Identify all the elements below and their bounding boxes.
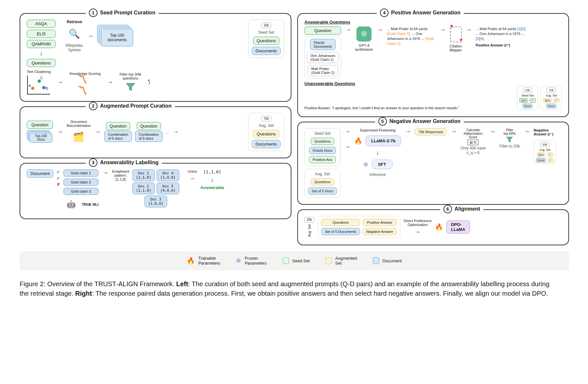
top100-docs-stack: Top-100 documents <box>97 25 133 47</box>
top100-label: Top-100 documents <box>108 33 127 42</box>
doc3: Doc 3 <box>150 197 161 201</box>
answerable-heading: Answerable Questions <box>304 20 562 25</box>
p5m-rm: r⁻ <box>548 158 554 163</box>
mini-aug-20k: 20k Aug. Set Qnsr⁺ Docsr⁻ <box>534 140 556 164</box>
citation-mapper-icon: 📍 📍 <box>450 26 462 42</box>
panel-negative-answer-generation: 5 Negative Answer Generation Seed Set Qu… <box>297 122 569 205</box>
arrow-icon: → <box>344 128 351 135</box>
percent-box-icon: ▤ % <box>468 140 478 145</box>
doc1-pat: [1,1,0] <box>136 175 151 180</box>
aug-questions: Questions <box>253 130 280 138</box>
panel-answerability-labelling: 3 Answerability Labelling Document ✔ ✔ ✘… <box>20 163 291 219</box>
panel-5-number: 5 <box>378 117 387 126</box>
figure-caption: Figure 2: Overview of the TRUST-ALIGN Fr… <box>20 279 556 298</box>
mini-aug-set: 70k Aug. Set Qnsr⁺ Docs <box>541 86 562 110</box>
neg-answer-label: Negative Answer (r⁻) <box>534 128 553 136</box>
gen1a: ... Matt Prater at 64 yards <box>387 27 427 31</box>
p5-seed-q: Questions <box>311 138 334 145</box>
seed-set-box: 10k Seed Set Questions Documents <box>248 20 284 58</box>
mini1-set: Seed Set <box>522 94 534 97</box>
mini1-qns: Qns <box>519 98 528 103</box>
true-nli-label: TRUE NLI <box>82 202 98 206</box>
arrow-down-icon: ↓ <box>210 176 214 183</box>
arrow-icon: → <box>523 128 530 135</box>
gold-claim-2: Gold claim 2 <box>63 179 98 186</box>
scatter-cluster-icon: A C B <box>27 76 50 95</box>
top100-docs-sm: Top-100 Docs <box>35 134 47 141</box>
panel-augmented-prompt-curation: 2 Augmented Prompt Curation Question Top… <box>20 106 291 158</box>
seed-documents: Documents <box>252 47 281 55</box>
arrow-icon: → <box>172 129 180 135</box>
panel-4-label: Positive Answer Generation <box>391 10 460 16</box>
panel-6-number: 6 <box>443 205 452 213</box>
p5m-k: 20k <box>540 142 550 147</box>
retrieve-label: Retrieve <box>67 20 82 24</box>
arrow-icon: → <box>189 175 196 182</box>
snowflake-icon: ❄ <box>236 257 241 265</box>
eq-label: Only 40k have ε_q > 0 <box>460 146 486 155</box>
nli-robot-icon: 🤖 <box>63 197 78 212</box>
cluster-b: B <box>45 87 48 90</box>
cluster-a: A <box>28 84 31 88</box>
gpt4-label: GPT-4 synthesizer <box>355 44 373 51</box>
panel-seed-prompt-curation: 1 Seed Prompt Curation ASQA ELI5 QAMPARI… <box>20 13 291 102</box>
ellipsis: ... <box>166 130 169 134</box>
combo1: Combination of 5 docs <box>104 131 132 142</box>
gen2a: ... Matt Prater at 64 yards <box>476 27 517 31</box>
align-d: Set of 5 Documents <box>321 228 360 235</box>
left-column: 1 Seed Prompt Curation ASQA ELI5 QAMPARI… <box>20 13 291 245</box>
panel-positive-answer-generation: 4 Positive Answer Generation Answerable … <box>297 13 569 117</box>
resp70k: 70k Responses <box>415 128 447 135</box>
p5-seed-od: Oracle Docs <box>309 147 336 154</box>
gold-claim-1: Gold claim 1 <box>63 169 98 177</box>
arrow-icon: → <box>344 26 352 33</box>
union-label: Union <box>188 169 197 173</box>
legend-aug: Augmented Set <box>335 256 357 266</box>
sup-ft-label: Supervised Finetuning <box>360 128 395 132</box>
panel-5-title: 5 Negative Answer Generation <box>375 117 464 126</box>
dpo-label: Direct Preference Optimization <box>404 219 432 227</box>
arrow-icon: → <box>102 169 109 176</box>
gen2b: [1][3] <box>517 27 525 31</box>
text-cluster-label: Text Clustering <box>27 70 51 74</box>
p5-aug-d: Set of 5 Docs <box>308 187 337 195</box>
p5-augset: Aug. Set <box>315 172 330 176</box>
dpo-llama: DPO- LLaMA <box>446 220 470 234</box>
align-20k: 20k <box>304 217 314 222</box>
cap-lead: Figure 2: <box>20 280 45 288</box>
fire-icon: 🔥 <box>354 137 362 145</box>
chip-asqa: ASQA <box>27 20 56 28</box>
p5-aug-q: Questions <box>311 178 334 185</box>
arrow-icon: → <box>489 128 496 135</box>
align-pos: Positive Answer <box>363 219 397 226</box>
right-column: 4 Positive Answer Generation Answerable … <box>297 13 569 245</box>
fire-icon: 🔥 <box>187 257 195 265</box>
arrow-icon: ⤴ <box>146 78 152 86</box>
apology-text: Positive Answer: "I apologize, but I cou… <box>304 106 459 110</box>
entailment-pattern: Entailment pattern: [1,1,0] <box>112 169 129 181</box>
panel-3-label: Answerability Labelling <box>100 160 159 166</box>
mini1-k: 10k <box>523 88 532 93</box>
arrow-icon: → <box>465 26 472 33</box>
doc4-pat: [1,0,0] <box>160 175 175 180</box>
arrow-icon: → <box>94 129 101 135</box>
check-icon: ✔ <box>57 176 60 181</box>
seed-10k: 10k <box>261 23 271 28</box>
swatch-cream <box>325 257 332 264</box>
aug-set-label: Aug. Set <box>259 123 274 128</box>
answerable-label: Answerable <box>200 185 224 190</box>
cap-left: Left <box>176 280 188 288</box>
arrow-icon: → <box>376 26 384 33</box>
figure-wrapper: 1 Seed Prompt Curation ASQA ELI5 QAMPARI… <box>20 13 569 298</box>
fire-icon: 🔥 <box>435 223 443 231</box>
legend-train: Trainable Parameters <box>198 256 220 266</box>
arrow-icon: → <box>56 129 63 135</box>
panel-4-number: 4 <box>380 9 389 17</box>
document-chip: Document <box>27 169 53 178</box>
mini2-qns: Qns <box>543 98 552 103</box>
panel-4-title: 4 Positive Answer Generation <box>377 9 464 17</box>
p5m-rp: r⁺ <box>547 152 553 157</box>
panel-5-label: Negative Answer Generation <box>389 118 460 124</box>
gold-2: Matt Prater (Gold Claim 2) <box>308 65 338 76</box>
mini2-k: 70k <box>546 88 556 93</box>
